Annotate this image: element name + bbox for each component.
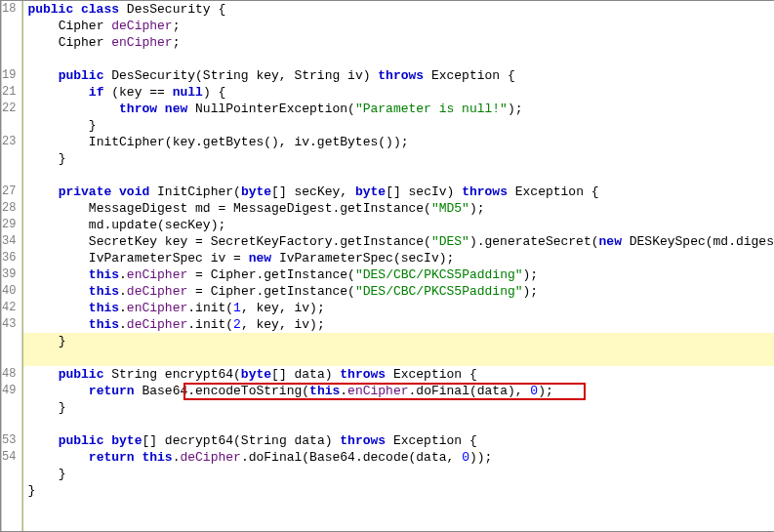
token: IvParameterSpec(secIv); bbox=[279, 251, 454, 266]
line-number: 23 bbox=[2, 134, 16, 150]
token: InitCipher( bbox=[157, 184, 241, 199]
code-line[interactable]: return this.deCipher.doFinal(Base64.deco… bbox=[23, 449, 774, 466]
line-number bbox=[2, 167, 16, 184]
code-line[interactable]: } bbox=[23, 117, 774, 134]
line-number bbox=[2, 482, 16, 499]
code-line[interactable]: public byte[] decrypt64(String data) thr… bbox=[23, 432, 774, 449]
line-number: 29 bbox=[2, 217, 16, 233]
code-line[interactable] bbox=[23, 51, 774, 67]
token: public bbox=[59, 367, 112, 382]
line-number: 53 bbox=[2, 432, 16, 449]
token: ); bbox=[469, 201, 485, 216]
code-line[interactable]: IvParameterSpec iv = new IvParameterSpec… bbox=[23, 250, 774, 266]
code-line[interactable] bbox=[23, 416, 774, 432]
code-line[interactable]: this.enCipher = Cipher.getInstance("DES/… bbox=[23, 266, 774, 283]
code-line[interactable] bbox=[23, 167, 774, 184]
code-line[interactable]: } bbox=[23, 466, 774, 482]
code-line[interactable]: public String encrypt64(byte[] data) thr… bbox=[23, 366, 774, 383]
token: )); bbox=[469, 450, 492, 465]
code-line[interactable]: throw new NullPointerException("Paramete… bbox=[23, 101, 774, 117]
code-line[interactable]: Cipher deCipher; bbox=[23, 18, 774, 34]
line-number: 42 bbox=[2, 300, 16, 316]
line-number: 39 bbox=[2, 266, 16, 283]
line-number bbox=[2, 466, 16, 482]
code-area[interactable]: public class DesSecurity { Cipher deCiph… bbox=[23, 1, 774, 531]
code-line[interactable]: InitCipher(key.getBytes(), iv.getBytes()… bbox=[23, 134, 774, 150]
token: = Cipher.getInstance( bbox=[187, 284, 355, 299]
token: throws bbox=[340, 367, 393, 382]
code-line[interactable]: this.deCipher = Cipher.getInstance("DES/… bbox=[23, 283, 774, 300]
code-line[interactable]: if (key == null) { bbox=[23, 84, 774, 101]
line-number: 40 bbox=[2, 283, 16, 300]
token: } bbox=[27, 483, 35, 498]
code-line[interactable]: private void InitCipher(byte[] secKey, b… bbox=[23, 184, 774, 200]
token: throws bbox=[378, 68, 431, 83]
token: if bbox=[89, 85, 111, 100]
code-line[interactable]: Cipher enCipher; bbox=[23, 34, 774, 51]
token: public byte bbox=[59, 433, 143, 448]
token: DesSecurity(String key, String iv) bbox=[111, 68, 378, 83]
token: "DES/CBC/PKCS5Padding" bbox=[355, 267, 523, 282]
line-number: 22 bbox=[2, 101, 16, 117]
token: , key, iv); bbox=[241, 301, 325, 315]
token: "MD5" bbox=[431, 201, 469, 216]
token: throws bbox=[340, 433, 393, 448]
token: deCipher bbox=[180, 450, 240, 465]
token: public bbox=[59, 68, 112, 83]
token: this bbox=[89, 267, 119, 282]
line-number bbox=[2, 51, 16, 67]
token: DesSecurity { bbox=[127, 2, 225, 17]
line-number bbox=[2, 117, 16, 134]
token: new bbox=[599, 234, 630, 249]
token: IvParameterSpec iv = bbox=[89, 251, 249, 266]
token: . bbox=[119, 317, 127, 332]
line-number: 48 bbox=[2, 366, 16, 383]
line-number: 43 bbox=[2, 316, 16, 333]
token: ); bbox=[538, 384, 553, 398]
token: } bbox=[59, 151, 66, 166]
code-line[interactable]: public DesSecurity(String key, String iv… bbox=[23, 67, 774, 84]
code-line[interactable] bbox=[23, 349, 774, 366]
line-number bbox=[2, 399, 16, 416]
token: MessageDigest md = MessageDigest.getInst… bbox=[89, 201, 431, 216]
token: 0 bbox=[530, 384, 538, 398]
token: new bbox=[249, 251, 279, 266]
line-number: 54 bbox=[2, 449, 16, 466]
token: deCipher bbox=[127, 317, 187, 332]
token: = Cipher.getInstance( bbox=[187, 267, 355, 282]
code-line[interactable]: } bbox=[23, 399, 774, 416]
token: Base64.encodeToString( bbox=[142, 384, 309, 398]
code-line[interactable]: MessageDigest md = MessageDigest.getInst… bbox=[23, 200, 774, 217]
token: [] data) bbox=[271, 367, 340, 382]
token: Cipher bbox=[59, 19, 112, 33]
token: this bbox=[89, 301, 119, 315]
code-line[interactable]: this.deCipher.init(2, key, iv); bbox=[23, 316, 774, 333]
code-line[interactable]: } bbox=[23, 482, 774, 499]
code-line[interactable]: public class DesSecurity { bbox=[23, 1, 774, 18]
token: String encrypt64( bbox=[111, 367, 241, 382]
token: Exception { bbox=[393, 433, 477, 448]
code-line[interactable]: } bbox=[23, 333, 774, 349]
code-line[interactable]: SecretKey key = SecretKeyFactory.getInst… bbox=[23, 233, 774, 250]
token: byte bbox=[355, 184, 386, 199]
code-editor[interactable]: 181921222327282934363940424348495354 pub… bbox=[0, 0, 774, 532]
token: } bbox=[59, 400, 66, 415]
token: . bbox=[340, 384, 347, 398]
code-line[interactable]: } bbox=[23, 150, 774, 167]
token: (key == bbox=[111, 85, 172, 100]
line-number bbox=[2, 499, 16, 515]
token: this bbox=[89, 317, 119, 332]
line-number: 19 bbox=[2, 67, 16, 84]
token: ); bbox=[523, 284, 539, 299]
token: byte bbox=[241, 367, 271, 382]
code-line[interactable]: this.enCipher.init(1, key, iv); bbox=[23, 300, 774, 316]
code-line[interactable] bbox=[23, 499, 774, 515]
code-line[interactable]: return Base64.encodeToString(this.enCiph… bbox=[23, 383, 774, 399]
token: Exception { bbox=[515, 184, 599, 199]
token: "DES/CBC/PKCS5Padding" bbox=[355, 284, 523, 299]
token: enCipher bbox=[127, 301, 187, 315]
token: [] secKey, bbox=[271, 184, 355, 199]
line-number: 27 bbox=[2, 184, 16, 200]
token: public bbox=[27, 2, 81, 17]
code-line[interactable]: md.update(secKey); bbox=[23, 217, 774, 233]
